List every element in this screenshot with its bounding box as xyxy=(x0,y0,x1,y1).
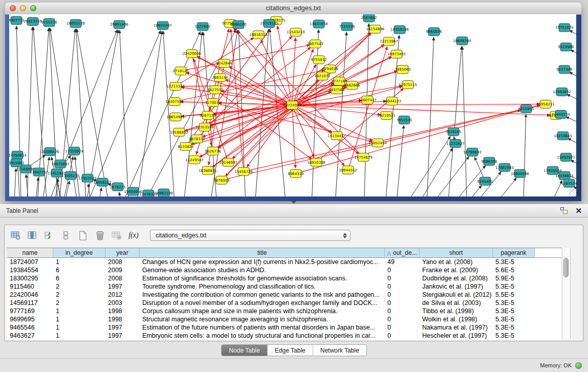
citation-edge-black[interactable] xyxy=(364,24,369,196)
graph-node-cited[interactable]: 9242844 xyxy=(216,59,232,68)
citation-edge-black[interactable] xyxy=(567,94,576,103)
tab-node-table[interactable]: Node Table xyxy=(222,345,268,356)
graph-node-cited[interactable]: 8427552 xyxy=(207,86,223,94)
table-row[interactable]: 977716911998Corpus callosum shape and si… xyxy=(7,307,561,315)
vertical-scrollbar[interactable] xyxy=(562,248,571,339)
citation-edge-red[interactable] xyxy=(197,56,292,105)
column-header-title[interactable]: title xyxy=(140,248,385,257)
graph-node-cited[interactable]: 15456726 xyxy=(234,167,253,176)
graph-node[interactable]: 9329966 xyxy=(558,43,574,51)
citation-edge-black[interactable] xyxy=(96,188,101,196)
graph-node-cited[interactable]: 12975115 xyxy=(399,81,417,89)
graph-node[interactable]: 7919105 xyxy=(445,127,461,136)
graph-node[interactable]: 10653287 xyxy=(154,21,172,30)
column-visibility-icon[interactable] xyxy=(27,230,38,241)
graph-node-cited[interactable]: 16816316 xyxy=(249,31,268,39)
graph-node[interactable]: 1678275 xyxy=(110,183,125,191)
delete-table-icon[interactable] xyxy=(111,230,122,241)
graph-node-cited[interactable]: 7607543 xyxy=(307,40,323,48)
column-header-pagerank[interactable]: pagerank xyxy=(493,248,535,257)
graph-node[interactable]: 9886308 xyxy=(481,157,497,165)
citation-edge-black[interactable] xyxy=(397,137,450,196)
graph-node-cited[interactable]: 22420046 xyxy=(183,50,201,58)
graph-node-cited[interactable]: 7876958 xyxy=(213,176,229,184)
graph-node-cited[interactable]: 3170031 xyxy=(205,99,221,107)
graph-node-cited[interactable]: 15958211 xyxy=(536,100,555,108)
graph-node[interactable]: 6466100 xyxy=(230,20,246,29)
citation-edge-black[interactable] xyxy=(13,168,16,196)
graph-node-cited[interactable]: 6497568 xyxy=(329,86,344,94)
graph-node-cited[interactable]: 8964310 xyxy=(288,169,303,178)
table-row[interactable]: 1830029562008Estimation of significance … xyxy=(7,274,561,282)
tab-edge-table[interactable]: Edge Table xyxy=(268,345,313,356)
graph-node[interactable]: 4807731 xyxy=(9,16,25,25)
column-header-in-degree[interactable]: in_degree xyxy=(53,248,105,257)
table-row[interactable]: 911546021997Tourette syndrome. Phenomeno… xyxy=(7,282,561,291)
citation-edge-black[interactable] xyxy=(77,29,112,196)
citation-edge-red[interactable] xyxy=(292,105,295,168)
graph-node-cited[interactable]: 7485063 xyxy=(395,65,410,74)
citation-edge-black[interactable] xyxy=(135,31,162,196)
graph-node[interactable]: 8215955 xyxy=(518,105,534,113)
graph-node[interactable]: 18356188 xyxy=(390,26,409,34)
table-row[interactable]: 1456911722003Disruption of a novel membe… xyxy=(7,299,561,307)
graph-node[interactable]: 20691406 xyxy=(110,20,128,29)
column-header-year[interactable]: year xyxy=(105,248,140,257)
resize-grip[interactable] xyxy=(569,189,576,196)
graph-node[interactable]: 3915901 xyxy=(9,159,25,167)
graph-node[interactable]: 16055128 xyxy=(67,19,85,28)
new-file-icon[interactable] xyxy=(77,230,89,241)
graph-node[interactable]: 2087682 xyxy=(361,14,377,22)
graph-node-cited[interactable]: 12213343 xyxy=(166,82,185,91)
splitter-handle[interactable] xyxy=(291,201,296,204)
citation-edge-black[interactable] xyxy=(34,178,38,196)
citation-edge-black[interactable] xyxy=(544,181,562,196)
citation-edge-black[interactable] xyxy=(120,30,129,196)
citation-edge-red[interactable] xyxy=(292,104,540,105)
graph-node[interactable]: 20206576 xyxy=(41,147,59,156)
column-header-short[interactable]: short xyxy=(420,248,493,257)
graph-node[interactable]: 9227349 xyxy=(556,65,572,74)
network-canvas[interactable]: 1872400727181201221334318107554106549851… xyxy=(9,14,576,196)
citation-edge-red[interactable] xyxy=(292,49,313,105)
graph-node-cited[interactable]: 12213967 xyxy=(380,37,398,46)
table-row[interactable]: 946554611997Estimation of the future num… xyxy=(7,323,561,332)
graph-node-cited[interactable]: 9755812 xyxy=(311,56,326,64)
scrollbar-thumb[interactable] xyxy=(563,258,569,277)
close-icon[interactable]: ✕ xyxy=(575,207,582,214)
graph-node-cited[interactable]: 7462666 xyxy=(344,81,360,90)
graph-node[interactable]: 15692971 xyxy=(557,153,575,161)
table-row[interactable]: 946362711997Embryonic stem cells: a mode… xyxy=(7,332,561,340)
citation-edge-black[interactable] xyxy=(454,186,482,196)
table-row[interactable]: 1938455462009Genome-wide association stu… xyxy=(7,266,561,274)
citation-edge-red[interactable] xyxy=(292,105,550,116)
graph-node-cited[interactable]: 8878334 xyxy=(189,135,205,143)
graph-node[interactable]: 1527602 xyxy=(194,23,210,31)
graph-node-cited[interactable]: 2803144 xyxy=(212,74,228,82)
graph-node[interactable]: 19751074 xyxy=(555,24,574,32)
delete-icon[interactable] xyxy=(94,230,105,241)
graph-node[interactable]: 10944598 xyxy=(511,169,529,178)
graph-node[interactable]: 9245481 xyxy=(477,177,493,185)
table-row[interactable]: 969969511998Structural magnetic resonanc… xyxy=(7,315,561,323)
citation-edge-black[interactable] xyxy=(88,184,93,196)
float-icon[interactable] xyxy=(560,207,568,214)
citation-edge-black[interactable] xyxy=(571,50,576,58)
table-row[interactable]: 2242004622012Investigating the contribut… xyxy=(7,291,561,299)
graph-node[interactable]: 16648784 xyxy=(453,37,471,45)
table-options-icon[interactable] xyxy=(10,230,21,241)
citation-edge-black[interactable] xyxy=(523,114,526,196)
graph-node-cited[interactable]: 19166852 xyxy=(170,128,188,136)
citation-edge-black[interactable] xyxy=(570,30,576,39)
citation-edge-black[interactable] xyxy=(61,181,70,196)
window-titlebar[interactable]: citations_edges.txt xyxy=(5,3,581,15)
graph-node-cited[interactable]: 11607437 xyxy=(358,96,377,104)
graph-node-cited[interactable]: 11543210 xyxy=(287,28,305,36)
graph-node-cited[interactable]: 1621072 xyxy=(314,72,330,80)
graph-node[interactable]: 7851515 xyxy=(396,116,412,124)
graph-node[interactable]: 11231627 xyxy=(446,139,465,147)
graph-node[interactable]: 17081983 xyxy=(495,163,514,171)
graph-node-cited[interactable]: 9626736 xyxy=(205,147,221,155)
table-row[interactable]: 1872400712008Changes of HCN gene express… xyxy=(7,258,561,266)
graph-node[interactable]: 1167534 xyxy=(561,179,576,187)
